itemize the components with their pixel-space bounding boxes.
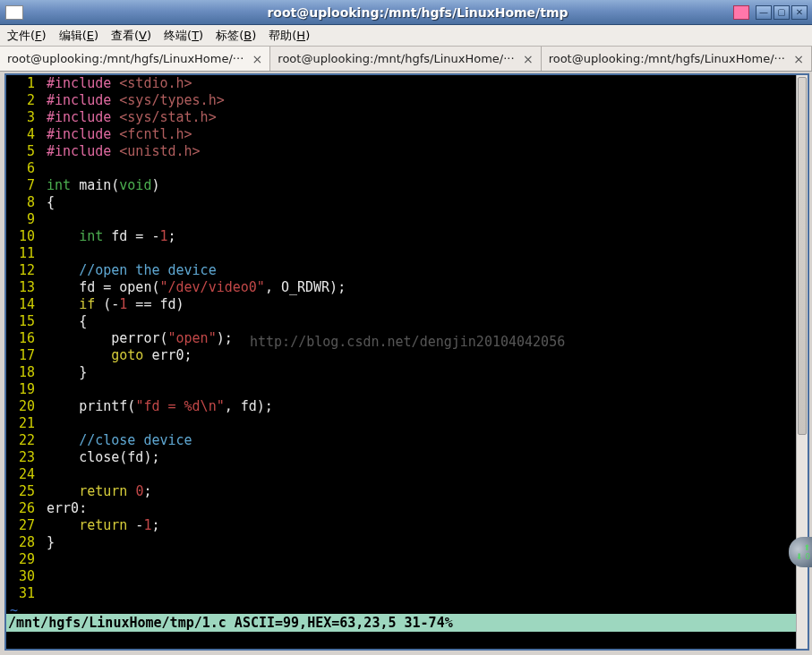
code-line: 13 fd = open("/dev/video0", O_RDWR); [10,279,808,296]
line-number: 8 [10,194,38,211]
line-content [38,585,47,602]
line-number: 3 [10,109,38,126]
line-number: 19 [10,381,38,398]
line-number: 16 [10,330,38,347]
line-number: 28 [10,534,38,551]
line-content: #include <sys/stat.h> [38,109,217,126]
tab-2[interactable]: root@uplooking:/mnt/hgfs/LinuxHome/··· × [270,47,541,71]
line-number: 17 [10,347,38,364]
code-line: 24 [10,466,808,483]
line-number: 22 [10,432,38,449]
menu-help[interactable]: 帮助(H) [269,28,310,44]
line-number: 25 [10,483,38,500]
code-line: 20 printf("fd = %d\n", fd); [10,398,808,415]
line-number: 9 [10,211,38,228]
code-line: 5 #include <unistd.h> [10,143,808,160]
tab-bar: root@uplooking:/mnt/hgfs/LinuxHome/··· ×… [0,47,812,72]
arrow-up-icon: ⬆ [803,543,810,552]
line-number: 12 [10,262,38,279]
line-content: fd = open("/dev/video0", O_RDWR); [38,279,346,296]
tab-close-icon[interactable]: × [252,52,263,66]
line-content [38,381,47,398]
tab-close-icon[interactable]: × [793,52,804,66]
secondary-icon [733,5,749,20]
line-number: 5 [10,143,38,160]
code-line: 6 [10,160,808,177]
code-line: 17 goto err0; [10,347,808,364]
line-content [38,551,47,568]
tab-label: root@uplooking:/mnt/hgfs/LinuxHome/··· [278,52,514,65]
close-button[interactable]: ✕ [791,5,808,20]
code-editor[interactable]: 1 #include <stdio.h>2 #include <sys/type… [6,75,808,649]
code-line: 23 close(fd); [10,449,808,466]
tab-close-icon[interactable]: × [523,52,534,66]
code-line: 19 [10,381,808,398]
line-content [38,211,47,228]
code-line: 29 [10,551,808,568]
code-line: 3 #include <sys/stat.h> [10,109,808,126]
menu-view[interactable]: 查看(V) [111,28,151,44]
line-content [38,160,47,177]
line-content: return 0; [38,483,151,500]
line-number: 26 [10,500,38,517]
minimize-button[interactable]: — [756,5,772,20]
line-content: goto err0; [38,347,192,364]
line-number: 13 [10,279,38,296]
code-line: 7 int main(void) [10,177,808,194]
code-line: 11 [10,245,808,262]
line-content: #include <unistd.h> [38,143,201,160]
app-icon [5,5,23,20]
code-line: 15 { [10,313,808,330]
code-line: 28 } [10,534,808,551]
code-line: 14 if (-1 == fd) [10,296,808,313]
menu-edit[interactable]: 编辑(E) [59,28,98,44]
line-content: int fd = -1; [38,228,176,245]
line-content [38,415,47,432]
menu-bar: 文件(F) 编辑(E) 查看(V) 终端(T) 标签(B) 帮助(H) [0,25,812,47]
editor-frame: 1 #include <stdio.h>2 #include <sys/type… [4,73,809,651]
code-line: 12 //open the device [10,262,808,279]
window-title: root@uplooking:/mnt/hgfs/LinuxHome/tmp [23,5,812,20]
scrollbar-thumb[interactable] [798,77,807,435]
line-number: 23 [10,449,38,466]
line-content [38,568,47,585]
code-line: 4 #include <fcntl.h> [10,126,808,143]
code-line: 9 [10,211,808,228]
line-content [38,466,47,483]
line-number: 10 [10,228,38,245]
code-line: 22 //close device [10,432,808,449]
line-number: 6 [10,160,38,177]
line-number: 27 [10,517,38,534]
menu-terminal[interactable]: 终端(T) [164,28,203,44]
line-number: 15 [10,313,38,330]
line-number: 24 [10,466,38,483]
window-controls: — ▢ ✕ [756,5,808,20]
line-content: printf("fd = %d\n", fd); [38,398,273,415]
line-content: close(fd); [38,449,159,466]
line-number: 29 [10,551,38,568]
line-content: { [38,313,87,330]
line-content: return -1; [38,517,159,534]
line-content: //open the device [38,262,217,279]
line-content: } [38,364,87,381]
line-number: 20 [10,398,38,415]
tab-3[interactable]: root@uplooking:/mnt/hgfs/LinuxHome/··· × [542,47,812,71]
tab-1[interactable]: root@uplooking:/mnt/hgfs/LinuxHome/··· × [0,47,270,71]
line-number: 2 [10,92,38,109]
line-number: 1 [10,75,38,92]
code-line: 27 return -1; [10,517,808,534]
code-line: 2 #include <sys/types.h> [10,92,808,109]
line-content: #include <sys/types.h> [38,92,225,109]
menu-file[interactable]: 文件(F) [7,28,47,44]
code-line: 16 perror("open"); [10,330,808,347]
code-line: 18 } [10,364,808,381]
line-number: 18 [10,364,38,381]
line-number: 14 [10,296,38,313]
line-content: int main(void) [38,177,159,194]
menu-tags[interactable]: 标签(B) [216,28,256,44]
side-badge: ⬆ ⬇ 0 [789,537,812,567]
line-number: 21 [10,415,38,432]
line-content [38,245,47,262]
maximize-button[interactable]: ▢ [774,5,790,20]
line-number: 4 [10,126,38,143]
